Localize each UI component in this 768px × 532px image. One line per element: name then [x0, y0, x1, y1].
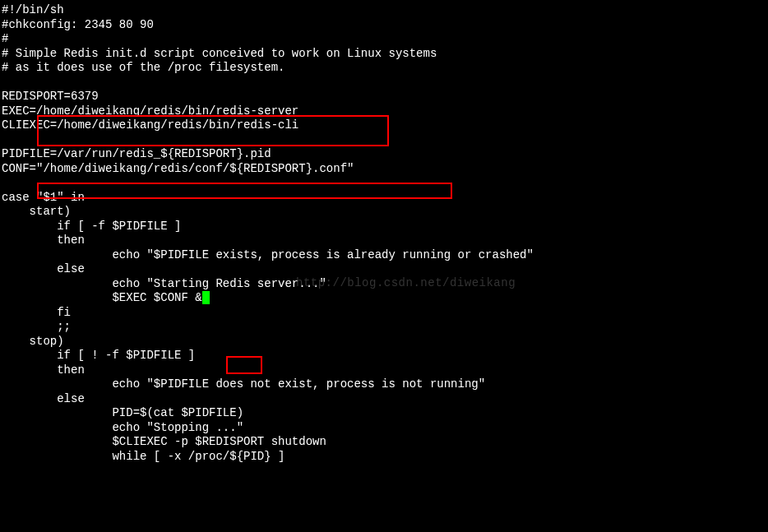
code-text: $EXEC $CONF &: [2, 291, 202, 304]
code-line: PID=$(cat $PIDFILE): [2, 406, 766, 421]
code-line: [2, 176, 766, 191]
code-line: REDISPORT=6379: [2, 90, 766, 104]
code-line: then: [2, 234, 766, 248]
code-line: else: [2, 392, 766, 407]
code-line: else: [2, 262, 766, 277]
code-line: if [ ! -f $PIDFILE ]: [2, 349, 766, 363]
code-line: echo "Stopping ...": [2, 421, 766, 436]
code-line: $CLIEXEC -p $REDISPORT shutdown: [2, 435, 766, 450]
code-line: # as it does use of the /proc filesystem…: [2, 61, 766, 76]
code-line: #: [2, 32, 766, 47]
code-line-with-cursor: $EXEC $CONF &: [2, 291, 766, 306]
code-line: case "$1" in: [2, 191, 766, 206]
code-line: start): [2, 205, 766, 220]
code-line: while [ -x /proc/${PID} ]: [2, 450, 766, 465]
code-line: # Simple Redis init.d script conceived t…: [2, 47, 766, 62]
code-line: stop): [2, 335, 766, 349]
code-line: #!/bin/sh: [2, 3, 766, 18]
code-line: [2, 76, 766, 90]
code-line: CONF="/home/diweikang/redis/conf/${REDIS…: [2, 162, 766, 177]
code-line: echo "Starting Redis server...": [2, 277, 766, 292]
code-line: [2, 133, 766, 148]
code-line: EXEC=/home/diweikang/redis/bin/redis-ser…: [2, 104, 766, 119]
terminal-content[interactable]: #!/bin/sh #chkconfig: 2345 80 90 # # Sim…: [2, 3, 766, 464]
code-line: fi: [2, 306, 766, 321]
terminal-cursor: [202, 291, 210, 304]
code-line: PIDFILE=/var/run/redis_${REDISPORT}.pid: [2, 147, 766, 162]
code-line: #chkconfig: 2345 80 90: [2, 18, 766, 33]
code-line: if [ -f $PIDFILE ]: [2, 220, 766, 234]
code-line: echo "$PIDFILE does not exist, process i…: [2, 377, 766, 392]
code-line: echo "$PIDFILE exists, process is alread…: [2, 248, 766, 263]
code-line: CLIEXEC=/home/diweikang/redis/bin/redis-…: [2, 118, 766, 133]
code-line: then: [2, 363, 766, 378]
code-line: ;;: [2, 320, 766, 335]
